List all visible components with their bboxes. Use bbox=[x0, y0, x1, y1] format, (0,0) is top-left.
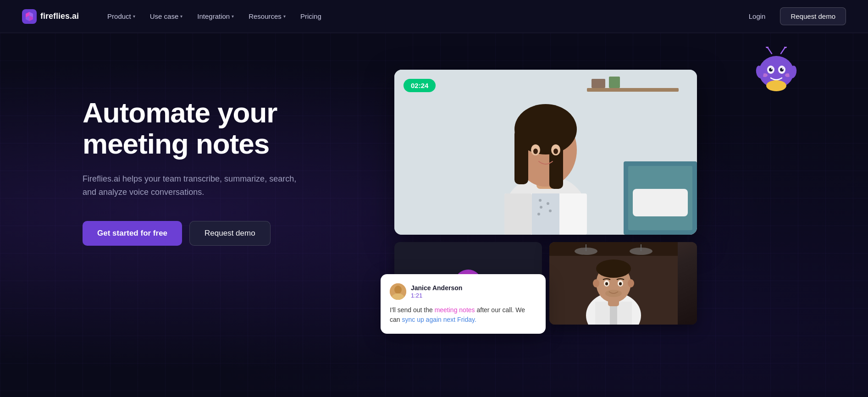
navbar: fireflies.ai Product ▾ Use case ▾ Integr… bbox=[0, 0, 868, 33]
svg-point-63 bbox=[605, 290, 622, 297]
svg-rect-23 bbox=[633, 189, 688, 216]
request-demo-hero-button[interactable]: Request demo bbox=[189, 221, 271, 246]
nav-item-usecase[interactable]: Use case ▾ bbox=[144, 9, 189, 24]
logo-icon bbox=[22, 9, 37, 24]
nav-links: Product ▾ Use case ▾ Integration ▾ Resou… bbox=[101, 9, 741, 24]
svg-point-14 bbox=[766, 80, 786, 91]
hero-buttons: Get started for free Request demo bbox=[83, 221, 358, 246]
hero-headline: Automate your meeting notes bbox=[83, 97, 358, 160]
svg-point-37 bbox=[539, 199, 542, 202]
svg-rect-28 bbox=[514, 129, 528, 184]
chat-timestamp: 1:21 bbox=[411, 292, 462, 299]
svg-rect-35 bbox=[504, 193, 532, 235]
chevron-down-icon: ▾ bbox=[133, 14, 135, 19]
meeting-notes-highlight: meeting notes bbox=[435, 306, 475, 314]
svg-point-57 bbox=[593, 279, 599, 287]
svg-point-41 bbox=[537, 213, 540, 215]
login-button[interactable]: Login bbox=[741, 9, 773, 24]
nav-item-integration[interactable]: Integration ▾ bbox=[191, 9, 240, 24]
chevron-down-icon: ▾ bbox=[232, 14, 234, 19]
svg-point-10 bbox=[771, 68, 773, 70]
nav-item-product[interactable]: Product ▾ bbox=[101, 9, 142, 24]
video-placeholder bbox=[394, 70, 697, 235]
svg-rect-36 bbox=[532, 193, 559, 235]
hero-subtext: Fireflies.ai helps your team transcribe,… bbox=[83, 172, 303, 199]
hero-left: Automate your meeting notes Fireflies.ai… bbox=[83, 70, 358, 246]
chat-person-name: Janice Anderson bbox=[411, 284, 462, 292]
robot-mascot bbox=[753, 47, 799, 97]
man-placeholder bbox=[549, 242, 697, 325]
logo-text: fireflies.ai bbox=[40, 11, 79, 21]
hero-section: Automate your meeting notes Fireflies.ai… bbox=[0, 33, 868, 397]
timer-badge: 02:24 bbox=[404, 79, 436, 92]
chat-card: Janice Anderson 1:21 I'll send out the m… bbox=[381, 274, 546, 334]
chat-message: I'll send out the meeting notes after ou… bbox=[390, 305, 536, 325]
svg-rect-19 bbox=[592, 79, 605, 88]
nav-item-pricing[interactable]: Pricing bbox=[294, 9, 328, 24]
avatar bbox=[390, 283, 406, 300]
svg-point-56 bbox=[596, 259, 631, 278]
svg-point-11 bbox=[782, 68, 784, 70]
nav-item-resources[interactable]: Resources ▾ bbox=[242, 9, 292, 24]
svg-point-33 bbox=[553, 149, 558, 154]
hero-right: 02:24 Janice Anderson 1:21 I'll send o bbox=[394, 70, 785, 325]
nav-right: Login Request demo bbox=[741, 7, 846, 25]
man-video-card bbox=[549, 242, 697, 325]
chevron-down-icon: ▾ bbox=[180, 14, 182, 19]
logo-link[interactable]: fireflies.ai bbox=[22, 9, 79, 24]
svg-rect-18 bbox=[587, 88, 679, 92]
svg-point-38 bbox=[547, 202, 549, 205]
get-started-button[interactable]: Get started for free bbox=[83, 221, 182, 246]
svg-point-61 bbox=[605, 282, 608, 286]
sync-highlight: sync up again next Friday. bbox=[402, 316, 476, 323]
chevron-down-icon: ▾ bbox=[283, 14, 286, 19]
svg-point-32 bbox=[533, 149, 538, 154]
request-demo-nav-button[interactable]: Request demo bbox=[780, 7, 846, 25]
svg-point-43 bbox=[394, 286, 402, 294]
svg-point-39 bbox=[540, 206, 542, 209]
svg-point-58 bbox=[628, 279, 634, 287]
chat-person-info: Janice Anderson 1:21 bbox=[411, 284, 462, 299]
svg-point-62 bbox=[619, 282, 622, 286]
chat-header: Janice Anderson 1:21 bbox=[390, 283, 536, 300]
main-video-card: 02:24 bbox=[394, 70, 697, 235]
svg-rect-29 bbox=[549, 129, 563, 189]
svg-rect-20 bbox=[609, 77, 620, 88]
svg-point-40 bbox=[549, 210, 552, 212]
